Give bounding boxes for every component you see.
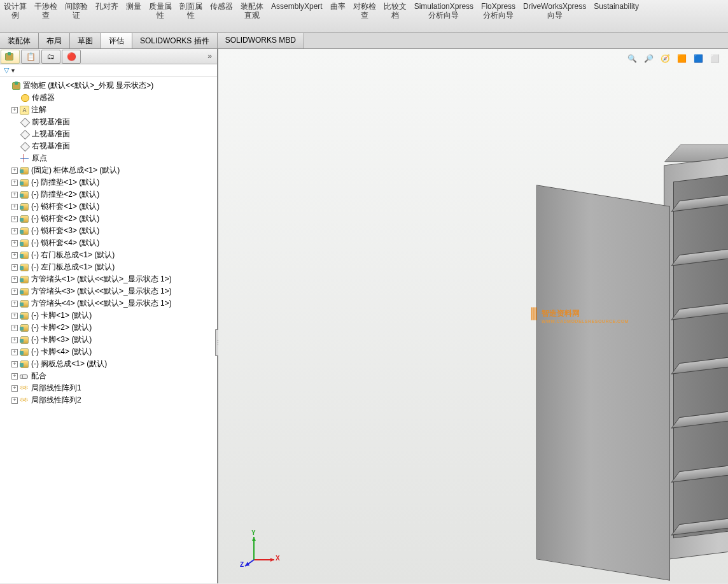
tree-item-label: 原点 xyxy=(32,153,47,164)
expand-toggle[interactable]: + xyxy=(11,204,18,210)
tree-item-0[interactable]: 置物柜 (默认<<默认>_外观 显示状态>) xyxy=(1,80,216,92)
tree-item-16[interactable]: +方管堵头<1> (默认<<默认>_显示状态 1>) xyxy=(1,273,216,285)
zoom-to-fit-icon[interactable]: 🔍 xyxy=(625,52,639,66)
tree-item-19[interactable]: +(-) 卡脚<1> (默认) xyxy=(1,310,216,322)
patt-icon xyxy=(20,384,29,393)
expand-toggle[interactable]: + xyxy=(11,313,18,319)
expand-toggle[interactable]: + xyxy=(11,288,18,295)
property-manager-tab[interactable]: 📋 xyxy=(21,50,40,64)
expand-toggle[interactable]: + xyxy=(11,107,18,113)
plane-icon xyxy=(20,130,30,139)
section-view-icon[interactable]: 🟧 xyxy=(675,52,689,66)
zoom-area-icon[interactable]: 🔎 xyxy=(641,52,655,66)
tree-item-15[interactable]: +(-) 左门板总成<1> (默认) xyxy=(1,261,216,273)
expand-toggle[interactable]: + xyxy=(11,240,18,246)
tree-item-25[interactable]: +局部线性阵列1 xyxy=(1,382,216,394)
tree-item-label: (固定) 柜体总成<1> (默认) xyxy=(31,165,120,176)
toolbar-cmd-15[interactable]: DriveWorksXpress 向导 xyxy=(519,1,590,30)
expand-toggle[interactable]: + xyxy=(11,373,18,380)
panel-expand-toggle[interactable]: » xyxy=(202,49,217,64)
toolbar-cmd-10[interactable]: 曲率 xyxy=(326,1,349,30)
tree-item-24[interactable]: +配合 xyxy=(1,370,216,382)
tree-item-label: (-) 防撞垫<2> (默认) xyxy=(31,189,99,200)
expand-toggle[interactable]: + xyxy=(11,349,18,355)
tree-item-10[interactable]: +(-) 锁杆套<1> (默认) xyxy=(1,201,216,213)
tree-item-22[interactable]: +(-) 卡脚<4> (默认) xyxy=(1,346,216,358)
tree-item-11[interactable]: +(-) 锁杆套<2> (默认) xyxy=(1,213,216,225)
tree-item-8[interactable]: +(-) 防撞垫<1> (默认) xyxy=(1,176,216,189)
tree-item-label: 配合 xyxy=(31,371,46,381)
expand-toggle[interactable]: + xyxy=(11,252,18,259)
tree-item-13[interactable]: +(-) 锁杆套<4> (默认) xyxy=(1,237,216,249)
cmd-tab-0[interactable]: 装配体 xyxy=(0,33,39,48)
toolbar-cmd-8[interactable]: 装配体 直观 xyxy=(237,1,267,30)
toolbar-cmd-3[interactable]: 孔对齐 xyxy=(92,1,122,30)
tree-item-6[interactable]: 原点 xyxy=(1,152,216,164)
expand-toggle[interactable]: + xyxy=(11,167,18,174)
cmd-tab-4[interactable]: SOLIDWORKS 插件 xyxy=(132,33,218,48)
tree-item-21[interactable]: +(-) 卡脚<3> (默认) xyxy=(1,334,216,346)
toolbar-cmd-1[interactable]: 干涉检 查 xyxy=(31,1,61,30)
tree-item-1[interactable]: 传感器 xyxy=(1,92,216,104)
expand-toggle[interactable]: + xyxy=(11,301,18,307)
expand-toggle[interactable]: + xyxy=(11,216,18,222)
watermark-text: 智造资料网 WWW.CADMODELSRESOURCE.COM xyxy=(542,306,629,324)
display-manager-tab[interactable]: 🔴 xyxy=(62,50,81,64)
tree-item-4[interactable]: 上视基准面 xyxy=(1,128,216,140)
tree-item-5[interactable]: 右视基准面 xyxy=(1,140,216,152)
tree-item-14[interactable]: +(-) 右门板总成<1> (默认) xyxy=(1,249,216,261)
tree-item-label: (-) 卡脚<2> (默认) xyxy=(31,322,92,333)
cmd-tab-3[interactable]: 评估 xyxy=(101,33,132,48)
toolbar-cmd-9[interactable]: AssemblyXpert xyxy=(267,1,326,30)
expand-toggle[interactable]: + xyxy=(11,192,18,198)
tree-item-26[interactable]: +局部线性阵列2 xyxy=(1,394,216,406)
expand-toggle[interactable]: + xyxy=(11,180,18,186)
watermark-logo-icon: ⫴ xyxy=(530,304,538,325)
tree-item-20[interactable]: +(-) 卡脚<2> (默认) xyxy=(1,322,216,334)
toolbar-cmd-14[interactable]: FloXpress 分析向导 xyxy=(477,1,519,30)
expand-toggle[interactable]: + xyxy=(11,397,18,404)
feature-tree-tab[interactable] xyxy=(1,50,20,64)
tree-item-label: 前视基准面 xyxy=(32,117,70,127)
toolbar-cmd-16[interactable]: Sustainability xyxy=(590,1,643,30)
tree-item-18[interactable]: +方管堵头<4> (默认<<默认>_显示状态 1>) xyxy=(1,297,216,310)
expand-toggle[interactable]: + xyxy=(11,361,18,367)
part-icon xyxy=(20,299,29,308)
expand-toggle[interactable]: + xyxy=(11,228,18,234)
expand-toggle[interactable]: + xyxy=(11,337,18,343)
tree-item-3[interactable]: 前视基准面 xyxy=(1,116,216,128)
toolbar-cmd-7[interactable]: 传感器 xyxy=(206,1,237,30)
tree-filter-bar[interactable]: ▽ ▼ xyxy=(0,64,217,77)
expand-toggle[interactable]: + xyxy=(11,264,18,271)
tree-item-7[interactable]: +(固定) 柜体总成<1> (默认) xyxy=(1,164,216,176)
tree-item-label: 上视基准面 xyxy=(32,129,70,139)
toolbar-cmd-0[interactable]: 设计算 例 xyxy=(0,1,31,30)
toolbar-cmd-2[interactable]: 间隙验 证 xyxy=(61,1,92,30)
tree-item-9[interactable]: +(-) 防撞垫<2> (默认) xyxy=(1,189,216,201)
tree-item-23[interactable]: +(-) 搁板总成<1> (默认) xyxy=(1,358,216,370)
previous-view-icon[interactable]: 🧭 xyxy=(658,52,672,66)
graphics-viewport[interactable]: 🔍 🔎 🧭 🟧 🟦 ⬜ ⫴ xyxy=(218,49,728,583)
toolbar-cmd-5[interactable]: 质量属 性 xyxy=(145,1,176,30)
filter-dropdown-arrow[interactable]: ▼ xyxy=(10,68,16,74)
expand-toggle[interactable]: + xyxy=(11,325,18,331)
toolbar-cmd-12[interactable]: 比较文 档 xyxy=(380,1,410,30)
expand-toggle[interactable]: + xyxy=(11,385,18,392)
tree-item-12[interactable]: +(-) 锁杆套<3> (默认) xyxy=(1,225,216,237)
toolbar-cmd-4[interactable]: 测量 xyxy=(122,1,145,30)
part-icon xyxy=(20,348,29,357)
expand-toggle[interactable]: + xyxy=(11,276,18,283)
cmd-tab-1[interactable]: 布局 xyxy=(39,33,70,48)
hide-show-icon[interactable]: ⬜ xyxy=(708,52,722,66)
toolbar-cmd-11[interactable]: 对称检 查 xyxy=(349,1,380,30)
tree-item-17[interactable]: +方管堵头<3> (默认<<默认>_显示状态 1>) xyxy=(1,285,216,297)
toolbar-cmd-13[interactable]: SimulationXpress 分析向导 xyxy=(410,1,477,30)
config-manager-tab[interactable]: 🗂 xyxy=(41,50,60,64)
cmd-tab-5[interactable]: SOLIDWORKS MBD xyxy=(218,33,304,48)
part-icon xyxy=(20,251,29,260)
toolbar-cmd-6[interactable]: 剖面属 性 xyxy=(176,1,206,30)
tree-item-2[interactable]: +注解 xyxy=(1,104,216,116)
cmd-tab-2[interactable]: 草图 xyxy=(70,33,101,48)
display-style-icon[interactable]: 🟦 xyxy=(691,52,705,66)
sensor-icon xyxy=(20,94,30,103)
